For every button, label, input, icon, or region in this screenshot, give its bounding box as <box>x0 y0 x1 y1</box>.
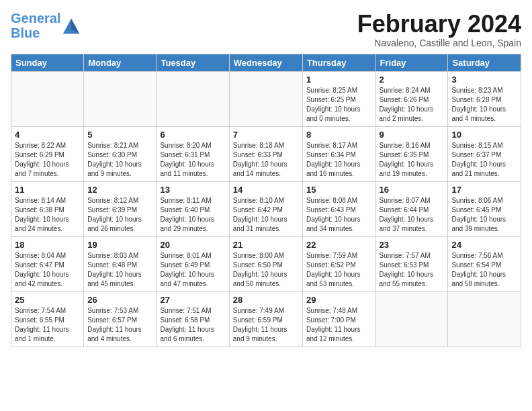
logo-icon <box>62 16 81 35</box>
day-number: 10 <box>451 130 517 140</box>
day-info: Sunrise: 8:03 AM Sunset: 6:48 PM Dayligh… <box>87 251 152 289</box>
day-info: Sunrise: 8:20 AM Sunset: 6:31 PM Dayligh… <box>160 141 225 179</box>
calendar-week-1: 1Sunrise: 8:25 AM Sunset: 6:25 PM Daylig… <box>11 71 521 126</box>
day-info: Sunrise: 7:54 AM Sunset: 6:55 PM Dayligh… <box>15 306 80 344</box>
logo-line2: Blue <box>11 26 40 40</box>
day-number: 23 <box>380 240 445 250</box>
weekday-header-thursday: Thursday <box>302 54 375 71</box>
calendar-cell: 2Sunrise: 8:24 AM Sunset: 6:26 PM Daylig… <box>375 71 448 126</box>
calendar-cell <box>11 71 84 126</box>
day-info: Sunrise: 8:12 AM Sunset: 6:39 PM Dayligh… <box>87 196 152 234</box>
calendar-cell <box>84 71 157 126</box>
day-number: 21 <box>233 240 299 250</box>
calendar-cell: 9Sunrise: 8:16 AM Sunset: 6:35 PM Daylig… <box>375 126 448 181</box>
day-number: 4 <box>15 130 80 140</box>
calendar-cell: 6Sunrise: 8:20 AM Sunset: 6:31 PM Daylig… <box>157 126 229 181</box>
calendar-cell: 19Sunrise: 8:03 AM Sunset: 6:48 PM Dayli… <box>84 236 157 291</box>
day-number: 11 <box>15 185 80 195</box>
day-info: Sunrise: 8:11 AM Sunset: 6:40 PM Dayligh… <box>160 196 225 234</box>
weekday-header-monday: Monday <box>84 54 157 71</box>
day-info: Sunrise: 8:06 AM Sunset: 6:45 PM Dayligh… <box>451 196 517 234</box>
day-info: Sunrise: 8:14 AM Sunset: 6:38 PM Dayligh… <box>15 196 80 234</box>
calendar-cell: 21Sunrise: 8:00 AM Sunset: 6:50 PM Dayli… <box>229 236 302 291</box>
calendar-week-2: 4Sunrise: 8:22 AM Sunset: 6:29 PM Daylig… <box>11 126 521 181</box>
calendar-cell: 1Sunrise: 8:25 AM Sunset: 6:25 PM Daylig… <box>302 71 375 126</box>
calendar-cell: 25Sunrise: 7:54 AM Sunset: 6:55 PM Dayli… <box>11 291 84 347</box>
day-info: Sunrise: 8:08 AM Sunset: 6:43 PM Dayligh… <box>306 196 372 234</box>
day-info: Sunrise: 7:59 AM Sunset: 6:52 PM Dayligh… <box>306 251 372 289</box>
calendar-cell: 5Sunrise: 8:21 AM Sunset: 6:30 PM Daylig… <box>84 126 157 181</box>
day-info: Sunrise: 8:17 AM Sunset: 6:34 PM Dayligh… <box>306 141 372 179</box>
day-info: Sunrise: 7:51 AM Sunset: 6:58 PM Dayligh… <box>160 306 225 344</box>
day-info: Sunrise: 7:57 AM Sunset: 6:53 PM Dayligh… <box>380 251 445 289</box>
logo-line1: General <box>11 11 60 26</box>
calendar-cell: 14Sunrise: 8:10 AM Sunset: 6:42 PM Dayli… <box>229 181 302 236</box>
day-number: 13 <box>160 185 225 195</box>
calendar-cell: 27Sunrise: 7:51 AM Sunset: 6:58 PM Dayli… <box>157 291 229 347</box>
day-info: Sunrise: 7:49 AM Sunset: 6:59 PM Dayligh… <box>233 306 299 344</box>
calendar-cell <box>157 71 229 126</box>
day-number: 12 <box>87 185 152 195</box>
calendar-cell: 26Sunrise: 7:53 AM Sunset: 6:57 PM Dayli… <box>84 291 157 347</box>
calendar-cell: 8Sunrise: 8:17 AM Sunset: 6:34 PM Daylig… <box>302 126 375 181</box>
weekday-header-tuesday: Tuesday <box>157 54 229 71</box>
title-area: February 2024 Navaleno, Castille and Leo… <box>357 11 521 48</box>
calendar-cell: 23Sunrise: 7:57 AM Sunset: 6:53 PM Dayli… <box>375 236 448 291</box>
calendar-cell <box>375 291 448 347</box>
day-number: 20 <box>160 240 225 250</box>
day-number: 7 <box>233 130 299 140</box>
day-info: Sunrise: 7:53 AM Sunset: 6:57 PM Dayligh… <box>87 306 152 344</box>
calendar-week-3: 11Sunrise: 8:14 AM Sunset: 6:38 PM Dayli… <box>11 181 521 236</box>
calendar-cell: 29Sunrise: 7:48 AM Sunset: 7:00 PM Dayli… <box>302 291 375 347</box>
day-number: 9 <box>380 130 445 140</box>
day-info: Sunrise: 8:18 AM Sunset: 6:33 PM Dayligh… <box>233 141 299 179</box>
day-number: 25 <box>15 295 80 305</box>
logo: General Blue <box>11 11 81 40</box>
calendar-cell: 18Sunrise: 8:04 AM Sunset: 6:47 PM Dayli… <box>11 236 84 291</box>
day-number: 17 <box>451 185 517 195</box>
day-number: 6 <box>160 130 225 140</box>
day-number: 28 <box>233 295 299 305</box>
calendar-cell <box>229 71 302 126</box>
calendar-cell: 20Sunrise: 8:01 AM Sunset: 6:49 PM Dayli… <box>157 236 229 291</box>
day-info: Sunrise: 8:16 AM Sunset: 6:35 PM Dayligh… <box>380 141 445 179</box>
calendar-cell: 3Sunrise: 8:23 AM Sunset: 6:28 PM Daylig… <box>448 71 521 126</box>
day-number: 2 <box>380 75 445 85</box>
calendar-week-4: 18Sunrise: 8:04 AM Sunset: 6:47 PM Dayli… <box>11 236 521 291</box>
day-number: 1 <box>306 75 372 85</box>
calendar-cell: 28Sunrise: 7:49 AM Sunset: 6:59 PM Dayli… <box>229 291 302 347</box>
weekday-header-saturday: Saturday <box>448 54 521 71</box>
weekday-header-wednesday: Wednesday <box>229 54 302 71</box>
calendar-cell: 7Sunrise: 8:18 AM Sunset: 6:33 PM Daylig… <box>229 126 302 181</box>
day-info: Sunrise: 8:01 AM Sunset: 6:49 PM Dayligh… <box>160 251 225 289</box>
calendar-cell: 4Sunrise: 8:22 AM Sunset: 6:29 PM Daylig… <box>11 126 84 181</box>
day-info: Sunrise: 8:21 AM Sunset: 6:30 PM Dayligh… <box>87 141 152 179</box>
calendar-table: SundayMondayTuesdayWednesdayThursdayFrid… <box>11 54 521 347</box>
calendar-cell: 12Sunrise: 8:12 AM Sunset: 6:39 PM Dayli… <box>84 181 157 236</box>
calendar-cell: 10Sunrise: 8:15 AM Sunset: 6:37 PM Dayli… <box>448 126 521 181</box>
day-number: 16 <box>380 185 445 195</box>
logo-text: General Blue <box>11 11 60 40</box>
calendar-cell: 22Sunrise: 7:59 AM Sunset: 6:52 PM Dayli… <box>302 236 375 291</box>
day-info: Sunrise: 8:24 AM Sunset: 6:26 PM Dayligh… <box>380 86 445 124</box>
location-subtitle: Navaleno, Castille and Leon, Spain <box>357 38 521 48</box>
day-info: Sunrise: 7:48 AM Sunset: 7:00 PM Dayligh… <box>306 306 372 344</box>
calendar-cell: 16Sunrise: 8:07 AM Sunset: 6:44 PM Dayli… <box>375 181 448 236</box>
day-number: 24 <box>451 240 517 250</box>
weekday-header-friday: Friday <box>375 54 448 71</box>
day-number: 26 <box>87 295 152 305</box>
day-number: 15 <box>306 185 372 195</box>
day-info: Sunrise: 8:07 AM Sunset: 6:44 PM Dayligh… <box>380 196 445 234</box>
month-title: February 2024 <box>357 11 521 38</box>
day-number: 3 <box>451 75 517 85</box>
weekday-header-row: SundayMondayTuesdayWednesdayThursdayFrid… <box>11 54 521 71</box>
day-info: Sunrise: 8:00 AM Sunset: 6:50 PM Dayligh… <box>233 251 299 289</box>
day-number: 19 <box>87 240 152 250</box>
calendar-cell: 17Sunrise: 8:06 AM Sunset: 6:45 PM Dayli… <box>448 181 521 236</box>
day-number: 14 <box>233 185 299 195</box>
day-number: 27 <box>160 295 225 305</box>
weekday-header-sunday: Sunday <box>11 54 84 71</box>
calendar-cell: 13Sunrise: 8:11 AM Sunset: 6:40 PM Dayli… <box>157 181 229 236</box>
calendar-cell <box>448 291 521 347</box>
day-number: 18 <box>15 240 80 250</box>
